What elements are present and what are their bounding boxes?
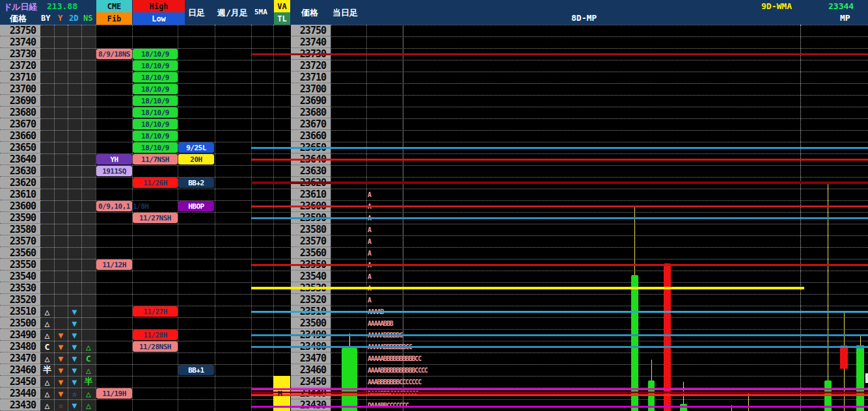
price-cell-left: 23570	[0, 235, 40, 247]
tpo-row: A	[368, 273, 371, 280]
level-label: 8/9/18NS	[96, 49, 132, 59]
price-cell-mid: 23680	[291, 107, 331, 118]
level-label: 11/27NSH	[133, 213, 178, 223]
price-cell-left: 23680	[0, 107, 40, 118]
cme-toggle[interactable]: CME	[96, 0, 132, 12]
col-header-ns: NS	[83, 14, 92, 23]
daily-view-toggle[interactable]: 日足	[188, 7, 205, 19]
signal-ns-symbol: C	[81, 352, 96, 364]
grid-row-line	[40, 189, 868, 189]
grid-row-line	[40, 399, 868, 400]
price-level-line	[251, 287, 804, 289]
price-cell-left: 23660	[0, 130, 40, 142]
level-label: YH	[96, 154, 132, 165]
price-cell-mid: 23670	[291, 118, 331, 130]
price-level-line	[251, 181, 868, 184]
signal-d2-symbol: ▼	[68, 364, 81, 376]
price-cell-left: 23600	[0, 200, 40, 212]
price-level-line	[251, 394, 868, 396]
grid-column-line	[96, 25, 96, 411]
price-cell-left: 23590	[0, 212, 40, 224]
ma5-toggle[interactable]: 5MA	[254, 8, 267, 16]
grid-row-line	[40, 282, 868, 283]
grid-row-line	[40, 165, 868, 166]
grid-column-line	[215, 25, 215, 411]
price-cell-left: 23530	[0, 282, 40, 294]
level-label: 11/28H	[133, 330, 178, 340]
price-cell-left: 23440	[0, 388, 40, 399]
grid-column-line	[178, 25, 178, 411]
fib-toggle[interactable]: Fib	[96, 12, 132, 25]
price-cell-left: 23710	[0, 72, 40, 83]
tpo-row: A	[368, 226, 371, 233]
price-cell-mid: 23540	[291, 271, 331, 282]
level-label: 1/8H	[133, 201, 178, 211]
price-cell-left: 23520	[0, 294, 40, 306]
tpo-row: A	[368, 238, 371, 245]
grid-row-line	[40, 235, 868, 236]
weekly-monthly-toggle[interactable]: 週/月足	[217, 7, 248, 19]
level-label: 18/10/9	[133, 131, 178, 141]
wma9d-label: 9D-WMA	[761, 1, 792, 11]
signal-by-symbol: △	[40, 399, 54, 411]
level-label: 11/26H	[133, 178, 178, 188]
grid-row-line	[40, 259, 868, 259]
candle-7	[856, 345, 864, 411]
price-cell-mid: 23720	[291, 60, 331, 72]
tpo-row: AAAAABBB	[368, 320, 393, 327]
candle-wick	[860, 336, 861, 345]
price-cell-mid: 23700	[291, 83, 331, 95]
price-level-line	[251, 159, 868, 161]
grid-row-line	[40, 376, 868, 377]
price-cell-mid: 23710	[291, 72, 331, 83]
grid-row-line	[40, 352, 868, 353]
level-label: 18/10/9	[133, 142, 178, 153]
signal-y-symbol: ▼	[54, 388, 68, 399]
level-label: 18/10/9	[133, 72, 178, 83]
grid-row-line	[40, 247, 868, 248]
signal-by-symbol: △	[40, 329, 54, 341]
candle-wick	[828, 184, 828, 380]
price-level-line	[251, 388, 868, 390]
value-area-marker: M	[278, 390, 282, 398]
low-toggle[interactable]: Low	[133, 12, 185, 25]
tpo-row: A	[368, 191, 371, 198]
price-cell-left: 23740	[0, 36, 40, 48]
price-column-header-mid: 価格	[301, 7, 318, 19]
col-header-2d: 2D	[69, 14, 78, 23]
price-cell-mid: 23580	[291, 224, 331, 235]
price-cell-left: 23700	[0, 83, 40, 95]
signal-by-symbol: 半	[40, 364, 54, 376]
price-level-line	[251, 311, 868, 313]
signal-by-symbol: C	[40, 341, 54, 352]
price-cell-left: 23670	[0, 118, 40, 130]
signal-d2-symbol: ▼	[68, 376, 81, 388]
signal-ns-symbol: △	[81, 388, 96, 399]
level-label: 18/10/9	[133, 49, 178, 59]
price-column-header-left: 価格	[10, 13, 27, 25]
signal-d2-symbol: ▼	[68, 317, 81, 329]
candle-6	[840, 345, 848, 369]
tl-toggle[interactable]: TL	[274, 12, 290, 25]
signal-d2-symbol: ▼	[68, 399, 81, 411]
quote-value: 213.88	[47, 1, 77, 11]
price-cell-left: 23610	[0, 189, 40, 200]
signal-y-symbol: ▼	[54, 341, 68, 352]
price-cell-left: 23430	[0, 399, 40, 411]
price-cell-left: 23730	[0, 48, 40, 60]
signal-y-symbol: ▼	[54, 364, 68, 376]
signal-ns-symbol: △	[81, 399, 96, 411]
va-toggle[interactable]: VA	[274, 0, 290, 12]
price-cell-left: 23580	[0, 224, 40, 235]
price-cell-left: 23460	[0, 364, 40, 376]
level-label: 11/19H	[96, 388, 132, 399]
today-session-label[interactable]: 当日足	[332, 7, 358, 19]
price-cell-mid: 23470	[291, 352, 331, 364]
high-toggle[interactable]: High	[133, 0, 185, 12]
trading-terminal: 2375023750237402374023730237302372023720…	[0, 0, 868, 411]
price-cell-mid: 23750	[291, 25, 331, 36]
grid-row-line	[40, 271, 868, 271]
price-cell-mid: 23690	[291, 95, 331, 107]
signal-d2-symbol: ▼	[68, 329, 81, 341]
level-label: 11/7NSH	[133, 154, 178, 165]
